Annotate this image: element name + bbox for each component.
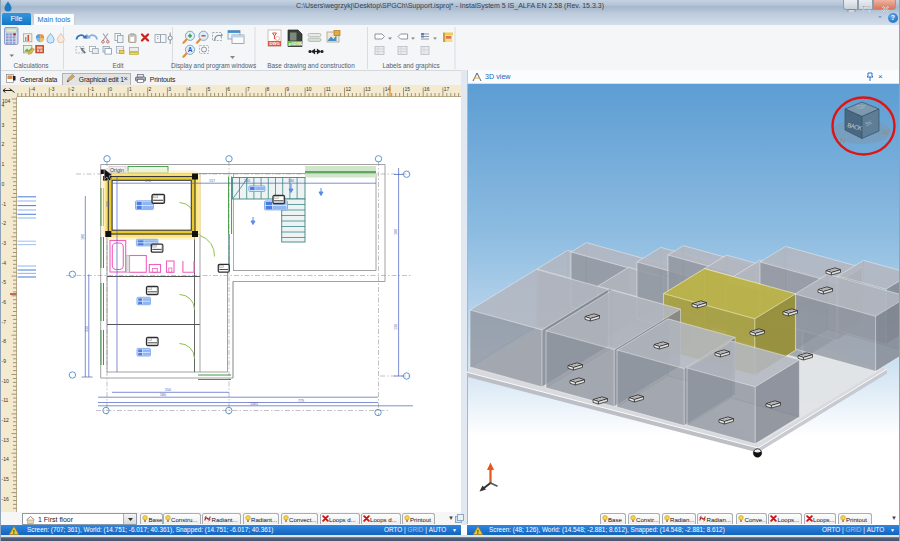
svg-text:TOP: TOP (856, 105, 865, 110)
svg-text:-14: -14 (2, 456, 9, 462)
svg-text:13: 13 (365, 86, 371, 92)
svg-text:-13: -13 (2, 437, 9, 443)
svg-text:DWG: DWG (270, 41, 280, 46)
svg-text:157: 157 (209, 179, 215, 183)
svg-text:16: 16 (424, 86, 430, 92)
svg-text:-11: -11 (2, 397, 9, 403)
svg-text:Origin: Origin (110, 167, 124, 173)
svg-text:!: ! (13, 528, 15, 534)
svg-text:Labels and graphics: Labels and graphics (382, 62, 439, 70)
svg-text:330: 330 (85, 326, 89, 332)
svg-text:3: 3 (2, 122, 5, 128)
svg-text:Display and program windows: Display and program windows (171, 62, 256, 70)
svg-text:-9: -9 (2, 358, 7, 364)
svg-text:17: 17 (444, 86, 450, 92)
svg-text:Edit: Edit (112, 62, 123, 69)
svg-text:2: 2 (2, 141, 5, 147)
svg-text:0: 0 (109, 86, 112, 92)
svg-text:N: N (840, 136, 846, 145)
svg-text:9: 9 (286, 86, 289, 92)
svg-text:-6: -6 (2, 299, 7, 305)
svg-text:15: 15 (404, 86, 410, 92)
svg-text:-16: -16 (2, 496, 9, 502)
svg-text:A: A (188, 46, 193, 53)
svg-text:1465: 1465 (250, 402, 258, 406)
svg-text:-4: -4 (2, 260, 7, 266)
svg-text:pGDML: pGDML (289, 41, 304, 46)
svg-text:-1: -1 (2, 201, 7, 207)
svg-text:779: 779 (298, 399, 304, 403)
svg-text:130: 130 (288, 179, 294, 183)
svg-text:1: 1 (2, 161, 5, 167)
svg-text:Base drawing and construction: Base drawing and construction (267, 62, 355, 70)
svg-text:5: 5 (208, 86, 211, 92)
svg-text:-7: -7 (2, 319, 7, 325)
svg-text:104: 104 (2, 98, 11, 104)
svg-text:10: 10 (306, 86, 312, 92)
svg-text:12: 12 (345, 86, 351, 92)
svg-text:7: 7 (247, 86, 250, 92)
svg-text:-1: -1 (90, 86, 95, 92)
svg-text:180: 180 (81, 234, 85, 240)
svg-text:3: 3 (168, 86, 171, 92)
svg-text:-2: -2 (2, 220, 7, 226)
svg-text:130: 130 (394, 324, 398, 330)
svg-text:2: 2 (149, 86, 152, 92)
svg-text:-4: -4 (31, 86, 36, 92)
svg-text:!: ! (477, 528, 479, 534)
svg-text:-12: -12 (2, 417, 9, 423)
svg-text:550: 550 (165, 388, 171, 392)
svg-text:580: 580 (160, 393, 166, 397)
svg-text:-3: -3 (2, 240, 7, 246)
svg-text:-5: -5 (2, 279, 7, 285)
svg-text:-10: -10 (2, 378, 9, 384)
svg-text:6: 6 (227, 86, 230, 92)
svg-text:-2: -2 (70, 86, 75, 92)
svg-text:180: 180 (394, 229, 398, 235)
svg-text:0: 0 (2, 181, 5, 187)
svg-text:-15: -15 (2, 476, 9, 482)
svg-text:11: 11 (326, 86, 331, 92)
svg-text:-3: -3 (50, 86, 55, 92)
svg-text:300: 300 (106, 201, 110, 207)
svg-text:8: 8 (267, 86, 270, 92)
svg-text:240: 240 (244, 179, 250, 183)
svg-text:-8: -8 (2, 338, 7, 344)
svg-text:1: 1 (129, 86, 132, 92)
svg-text:4: 4 (188, 86, 191, 92)
svg-text:170: 170 (145, 179, 151, 183)
svg-text:Calculations: Calculations (14, 62, 49, 69)
